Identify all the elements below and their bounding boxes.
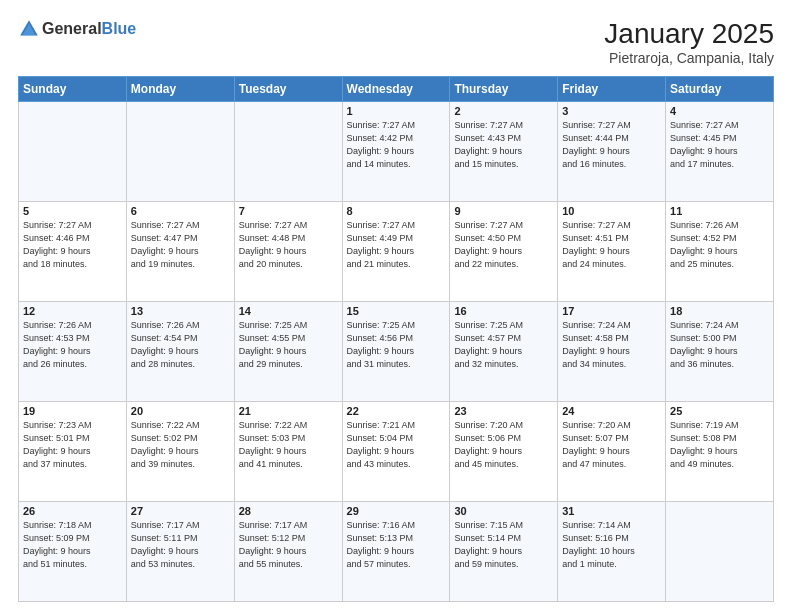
- calendar-header-row: Sunday Monday Tuesday Wednesday Thursday…: [19, 77, 774, 102]
- logo-general: General: [42, 20, 102, 37]
- day-info: Sunrise: 7:27 AM Sunset: 4:46 PM Dayligh…: [23, 219, 122, 271]
- day-number: 24: [562, 405, 661, 417]
- title-block: January 2025 Pietraroja, Campania, Italy: [604, 18, 774, 66]
- day-info: Sunrise: 7:27 AM Sunset: 4:49 PM Dayligh…: [347, 219, 446, 271]
- day-number: 26: [23, 505, 122, 517]
- table-row: [126, 102, 234, 202]
- day-number: 12: [23, 305, 122, 317]
- day-info: Sunrise: 7:27 AM Sunset: 4:48 PM Dayligh…: [239, 219, 338, 271]
- day-info: Sunrise: 7:27 AM Sunset: 4:45 PM Dayligh…: [670, 119, 769, 171]
- table-row: [19, 102, 127, 202]
- logo-icon: [18, 18, 40, 40]
- day-info: Sunrise: 7:24 AM Sunset: 5:00 PM Dayligh…: [670, 319, 769, 371]
- day-info: Sunrise: 7:27 AM Sunset: 4:42 PM Dayligh…: [347, 119, 446, 171]
- header-thursday: Thursday: [450, 77, 558, 102]
- table-row: 13Sunrise: 7:26 AM Sunset: 4:54 PM Dayli…: [126, 302, 234, 402]
- day-info: Sunrise: 7:23 AM Sunset: 5:01 PM Dayligh…: [23, 419, 122, 471]
- table-row: 11Sunrise: 7:26 AM Sunset: 4:52 PM Dayli…: [666, 202, 774, 302]
- day-number: 25: [670, 405, 769, 417]
- table-row: 8Sunrise: 7:27 AM Sunset: 4:49 PM Daylig…: [342, 202, 450, 302]
- day-number: 18: [670, 305, 769, 317]
- day-number: 2: [454, 105, 553, 117]
- day-info: Sunrise: 7:22 AM Sunset: 5:03 PM Dayligh…: [239, 419, 338, 471]
- day-info: Sunrise: 7:27 AM Sunset: 4:44 PM Dayligh…: [562, 119, 661, 171]
- table-row: 1Sunrise: 7:27 AM Sunset: 4:42 PM Daylig…: [342, 102, 450, 202]
- table-row: 23Sunrise: 7:20 AM Sunset: 5:06 PM Dayli…: [450, 402, 558, 502]
- day-number: 6: [131, 205, 230, 217]
- table-row: 29Sunrise: 7:16 AM Sunset: 5:13 PM Dayli…: [342, 502, 450, 602]
- table-row: 26Sunrise: 7:18 AM Sunset: 5:09 PM Dayli…: [19, 502, 127, 602]
- header-monday: Monday: [126, 77, 234, 102]
- day-info: Sunrise: 7:27 AM Sunset: 4:50 PM Dayligh…: [454, 219, 553, 271]
- day-number: 19: [23, 405, 122, 417]
- day-number: 1: [347, 105, 446, 117]
- table-row: 5Sunrise: 7:27 AM Sunset: 4:46 PM Daylig…: [19, 202, 127, 302]
- table-row: 12Sunrise: 7:26 AM Sunset: 4:53 PM Dayli…: [19, 302, 127, 402]
- page: GeneralBlue January 2025 Pietraroja, Cam…: [0, 0, 792, 612]
- day-number: 13: [131, 305, 230, 317]
- day-info: Sunrise: 7:17 AM Sunset: 5:12 PM Dayligh…: [239, 519, 338, 571]
- day-number: 5: [23, 205, 122, 217]
- table-row: 18Sunrise: 7:24 AM Sunset: 5:00 PM Dayli…: [666, 302, 774, 402]
- day-info: Sunrise: 7:14 AM Sunset: 5:16 PM Dayligh…: [562, 519, 661, 571]
- table-row: 25Sunrise: 7:19 AM Sunset: 5:08 PM Dayli…: [666, 402, 774, 502]
- table-row: [666, 502, 774, 602]
- day-info: Sunrise: 7:20 AM Sunset: 5:06 PM Dayligh…: [454, 419, 553, 471]
- calendar-week-3: 12Sunrise: 7:26 AM Sunset: 4:53 PM Dayli…: [19, 302, 774, 402]
- header-friday: Friday: [558, 77, 666, 102]
- day-number: 11: [670, 205, 769, 217]
- day-info: Sunrise: 7:19 AM Sunset: 5:08 PM Dayligh…: [670, 419, 769, 471]
- calendar-table: Sunday Monday Tuesday Wednesday Thursday…: [18, 76, 774, 602]
- table-row: 20Sunrise: 7:22 AM Sunset: 5:02 PM Dayli…: [126, 402, 234, 502]
- header: GeneralBlue January 2025 Pietraroja, Cam…: [18, 18, 774, 66]
- header-wednesday: Wednesday: [342, 77, 450, 102]
- day-info: Sunrise: 7:25 AM Sunset: 4:57 PM Dayligh…: [454, 319, 553, 371]
- day-number: 3: [562, 105, 661, 117]
- table-row: 2Sunrise: 7:27 AM Sunset: 4:43 PM Daylig…: [450, 102, 558, 202]
- day-number: 8: [347, 205, 446, 217]
- table-row: 28Sunrise: 7:17 AM Sunset: 5:12 PM Dayli…: [234, 502, 342, 602]
- calendar-week-1: 1Sunrise: 7:27 AM Sunset: 4:42 PM Daylig…: [19, 102, 774, 202]
- table-row: 30Sunrise: 7:15 AM Sunset: 5:14 PM Dayli…: [450, 502, 558, 602]
- table-row: 27Sunrise: 7:17 AM Sunset: 5:11 PM Dayli…: [126, 502, 234, 602]
- table-row: 9Sunrise: 7:27 AM Sunset: 4:50 PM Daylig…: [450, 202, 558, 302]
- day-number: 16: [454, 305, 553, 317]
- calendar-week-5: 26Sunrise: 7:18 AM Sunset: 5:09 PM Dayli…: [19, 502, 774, 602]
- day-number: 15: [347, 305, 446, 317]
- table-row: [234, 102, 342, 202]
- day-info: Sunrise: 7:26 AM Sunset: 4:52 PM Dayligh…: [670, 219, 769, 271]
- day-info: Sunrise: 7:17 AM Sunset: 5:11 PM Dayligh…: [131, 519, 230, 571]
- day-number: 28: [239, 505, 338, 517]
- day-number: 14: [239, 305, 338, 317]
- day-info: Sunrise: 7:15 AM Sunset: 5:14 PM Dayligh…: [454, 519, 553, 571]
- table-row: 21Sunrise: 7:22 AM Sunset: 5:03 PM Dayli…: [234, 402, 342, 502]
- day-number: 9: [454, 205, 553, 217]
- day-number: 4: [670, 105, 769, 117]
- calendar-week-2: 5Sunrise: 7:27 AM Sunset: 4:46 PM Daylig…: [19, 202, 774, 302]
- table-row: 31Sunrise: 7:14 AM Sunset: 5:16 PM Dayli…: [558, 502, 666, 602]
- location: Pietraroja, Campania, Italy: [604, 50, 774, 66]
- calendar-week-4: 19Sunrise: 7:23 AM Sunset: 5:01 PM Dayli…: [19, 402, 774, 502]
- day-info: Sunrise: 7:26 AM Sunset: 4:54 PM Dayligh…: [131, 319, 230, 371]
- header-saturday: Saturday: [666, 77, 774, 102]
- table-row: 17Sunrise: 7:24 AM Sunset: 4:58 PM Dayli…: [558, 302, 666, 402]
- table-row: 15Sunrise: 7:25 AM Sunset: 4:56 PM Dayli…: [342, 302, 450, 402]
- day-number: 29: [347, 505, 446, 517]
- day-number: 7: [239, 205, 338, 217]
- table-row: 14Sunrise: 7:25 AM Sunset: 4:55 PM Dayli…: [234, 302, 342, 402]
- table-row: 4Sunrise: 7:27 AM Sunset: 4:45 PM Daylig…: [666, 102, 774, 202]
- table-row: 16Sunrise: 7:25 AM Sunset: 4:57 PM Dayli…: [450, 302, 558, 402]
- day-info: Sunrise: 7:24 AM Sunset: 4:58 PM Dayligh…: [562, 319, 661, 371]
- header-sunday: Sunday: [19, 77, 127, 102]
- day-number: 27: [131, 505, 230, 517]
- logo-blue: Blue: [102, 20, 137, 37]
- day-info: Sunrise: 7:21 AM Sunset: 5:04 PM Dayligh…: [347, 419, 446, 471]
- table-row: 10Sunrise: 7:27 AM Sunset: 4:51 PM Dayli…: [558, 202, 666, 302]
- day-info: Sunrise: 7:20 AM Sunset: 5:07 PM Dayligh…: [562, 419, 661, 471]
- table-row: 19Sunrise: 7:23 AM Sunset: 5:01 PM Dayli…: [19, 402, 127, 502]
- day-info: Sunrise: 7:27 AM Sunset: 4:51 PM Dayligh…: [562, 219, 661, 271]
- day-info: Sunrise: 7:25 AM Sunset: 4:55 PM Dayligh…: [239, 319, 338, 371]
- day-info: Sunrise: 7:26 AM Sunset: 4:53 PM Dayligh…: [23, 319, 122, 371]
- table-row: 22Sunrise: 7:21 AM Sunset: 5:04 PM Dayli…: [342, 402, 450, 502]
- header-tuesday: Tuesday: [234, 77, 342, 102]
